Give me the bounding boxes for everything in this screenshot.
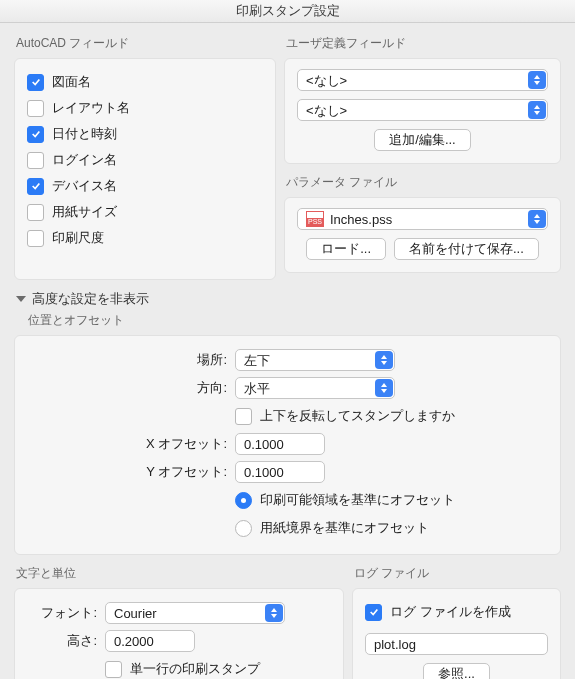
param-file-title: パラメータ ファイル: [286, 174, 561, 191]
stepper-arrows-icon: [375, 379, 393, 397]
autocad-field-label: 日付と時刻: [52, 125, 117, 143]
orientation-select[interactable]: 水平: [235, 377, 395, 399]
orientation-value: 水平: [244, 381, 270, 396]
autocad-field-checkbox[interactable]: [27, 74, 44, 91]
offset-basis-printable-radio[interactable]: [235, 492, 252, 509]
param-file-value: Inches.pss: [330, 212, 392, 227]
single-line-checkbox[interactable]: [105, 661, 122, 678]
add-edit-button[interactable]: 追加/編集...: [374, 129, 470, 151]
advanced-disclosure-label: 高度な設定を非表示: [32, 290, 149, 308]
autocad-field-label: デバイス名: [52, 177, 117, 195]
create-log-checkbox[interactable]: [365, 604, 382, 621]
log-file-field[interactable]: plot.log: [365, 633, 548, 655]
autocad-field-label: ログイン名: [52, 151, 117, 169]
create-log-label: ログ ファイルを作成: [390, 603, 511, 621]
orientation-label: 方向:: [37, 379, 227, 397]
stepper-arrows-icon: [375, 351, 393, 369]
save-as-button[interactable]: 名前を付けて保存...: [394, 238, 539, 260]
autocad-field-checkbox[interactable]: [27, 100, 44, 117]
single-line-label: 単一行の印刷スタンプ: [130, 660, 260, 678]
user-fields-title: ユーザ定義フィールド: [286, 35, 561, 52]
param-file-select[interactable]: Inches.pss: [297, 208, 548, 230]
flip-checkbox[interactable]: [235, 408, 252, 425]
autocad-field-label: レイアウト名: [52, 99, 130, 117]
stepper-arrows-icon: [528, 210, 546, 228]
position-title: 位置とオフセット: [28, 312, 561, 329]
user-field-select-2[interactable]: <なし>: [297, 99, 548, 121]
autocad-field-checkbox[interactable]: [27, 204, 44, 221]
advanced-disclosure[interactable]: 高度な設定を非表示: [16, 290, 559, 308]
font-label: フォント:: [27, 604, 97, 622]
offset-basis-paper-radio[interactable]: [235, 520, 252, 537]
autocad-field-label: 用紙サイズ: [52, 203, 117, 221]
location-label: 場所:: [37, 351, 227, 369]
height-label: 高さ:: [27, 632, 97, 650]
user-field-select-2-value: <なし>: [306, 103, 347, 118]
log-file-title: ログ ファイル: [354, 565, 561, 582]
browse-button[interactable]: 参照...: [423, 663, 490, 679]
autocad-field-checkbox[interactable]: [27, 230, 44, 247]
x-offset-field[interactable]: 0.1000: [235, 433, 325, 455]
x-offset-label: X オフセット:: [37, 435, 227, 453]
autocad-field-label: 印刷尺度: [52, 229, 104, 247]
autocad-fields-title: AutoCAD フィールド: [16, 35, 276, 52]
text-units-title: 文字と単位: [16, 565, 344, 582]
autocad-field-checkbox[interactable]: [27, 178, 44, 195]
height-field[interactable]: 0.2000: [105, 630, 195, 652]
stepper-arrows-icon: [528, 71, 546, 89]
y-offset-label: Y オフセット:: [37, 463, 227, 481]
flip-label: 上下を反転してスタンプしますか: [260, 407, 455, 425]
pss-file-icon: [306, 211, 324, 227]
location-value: 左下: [244, 353, 270, 368]
autocad-field-checkbox[interactable]: [27, 152, 44, 169]
font-select[interactable]: Courier: [105, 602, 285, 624]
user-field-select-1-value: <なし>: [306, 73, 347, 88]
offset-basis-paper-label: 用紙境界を基準にオフセット: [260, 519, 429, 537]
offset-basis-printable-label: 印刷可能領域を基準にオフセット: [260, 491, 455, 509]
font-value: Courier: [114, 606, 157, 621]
load-button[interactable]: ロード...: [306, 238, 386, 260]
user-field-select-1[interactable]: <なし>: [297, 69, 548, 91]
stepper-arrows-icon: [265, 604, 283, 622]
y-offset-field[interactable]: 0.1000: [235, 461, 325, 483]
stepper-arrows-icon: [528, 101, 546, 119]
location-select[interactable]: 左下: [235, 349, 395, 371]
window-title: 印刷スタンプ設定: [0, 0, 575, 23]
autocad-field-checkbox[interactable]: [27, 126, 44, 143]
disclosure-triangle-icon: [16, 296, 26, 302]
autocad-field-label: 図面名: [52, 73, 91, 91]
